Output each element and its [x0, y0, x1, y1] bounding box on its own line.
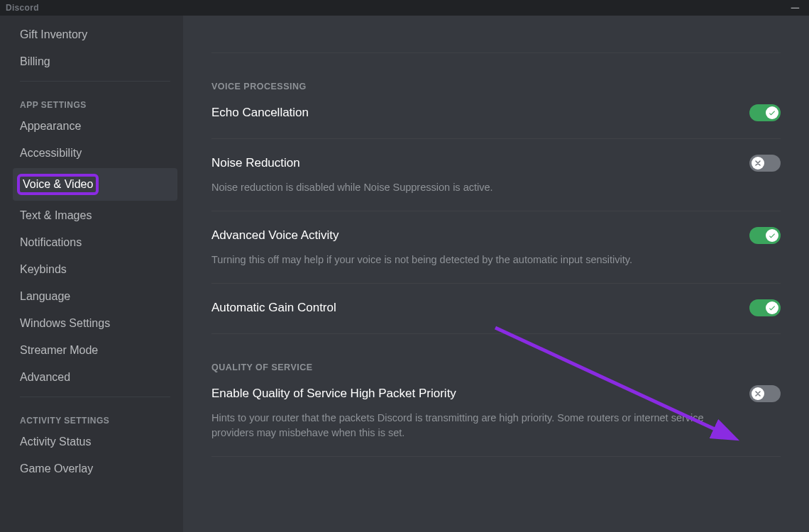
divider	[211, 52, 781, 53]
sidebar-item-text-images[interactable]: Text & Images	[13, 204, 177, 228]
setting-automatic-gain-control: Automatic Gain Control	[211, 299, 781, 318]
setting-title: Automatic Gain Control	[211, 301, 336, 315]
setting-title: Enable Quality of Service High Packet Pr…	[211, 387, 456, 401]
toggle-noise-reduction[interactable]	[749, 155, 781, 172]
x-icon	[752, 387, 764, 400]
sidebar-item-activity-status[interactable]: Activity Status	[13, 430, 177, 454]
settings-content: Hardware acceleration uses your GPU for …	[183, 16, 809, 532]
toggle-qos-packet-priority[interactable]	[749, 385, 781, 402]
divider	[211, 283, 781, 284]
sidebar-separator	[20, 81, 170, 82]
divider	[211, 456, 781, 457]
setting-description: Noise reduction is disabled while Noise …	[211, 180, 737, 195]
setting-qos-packet-priority: Enable Quality of Service High Packet Pr…	[211, 385, 781, 404]
sidebar-item-language[interactable]: Language	[13, 284, 177, 309]
setting-title: Advanced Voice Activity	[211, 228, 339, 243]
setting-echo-cancellation: Echo Cancellation	[211, 104, 781, 123]
toggle-advanced-voice-activity[interactable]	[749, 227, 781, 244]
sidebar-item-billing[interactable]: Billing	[13, 50, 177, 74]
divider	[211, 211, 781, 211]
sidebar-item-keybinds[interactable]: Keybinds	[13, 257, 177, 282]
sidebar-item-appearance[interactable]: Appearance	[13, 114, 177, 138]
sidebar-header-app-settings: APP SETTINGS	[13, 89, 177, 114]
setting-title: Noise Reduction	[211, 156, 300, 170]
settings-sidebar: Gift Inventory Billing APP SETTINGS Appe…	[0, 16, 183, 532]
annotation-highlight-box: Voice & Video	[17, 174, 99, 195]
setting-noise-reduction: Noise Reduction	[211, 155, 781, 173]
x-icon	[752, 157, 764, 170]
sidebar-header-activity-settings: ACTIVITY SETTINGS	[13, 404, 177, 430]
sidebar-item-notifications[interactable]: Notifications	[13, 231, 177, 255]
check-icon	[766, 106, 778, 119]
section-header-qos: QUALITY OF SERVICE	[211, 362, 781, 372]
check-icon	[766, 301, 778, 314]
sidebar-item-voice-video[interactable]: Voice & Video	[13, 168, 177, 201]
setting-description: Hints to your router that the packets Di…	[211, 411, 737, 440]
sidebar-item-gift-inventory[interactable]: Gift Inventory	[13, 23, 177, 47]
window-controls: ─	[787, 0, 803, 16]
setting-title: Echo Cancellation	[211, 106, 309, 120]
sidebar-item-advanced[interactable]: Advanced	[13, 365, 177, 389]
section-header-voice-processing: VOICE PROCESSING	[211, 82, 781, 92]
divider	[211, 333, 781, 334]
sidebar-item-label: Voice & Video	[23, 178, 93, 190]
setting-description: Turning this off may help if your voice …	[211, 253, 737, 267]
toggle-automatic-gain-control[interactable]	[749, 299, 781, 316]
setting-advanced-voice-activity: Advanced Voice Activity	[211, 227, 781, 245]
sidebar-item-accessibility[interactable]: Accessibility	[13, 141, 177, 165]
app-name: Discord	[6, 3, 39, 13]
sidebar-item-game-overlay[interactable]: Game Overlay	[13, 457, 177, 481]
toggle-echo-cancellation[interactable]	[749, 104, 781, 121]
titlebar: Discord ─	[0, 0, 809, 16]
sidebar-separator	[20, 397, 170, 397]
divider	[211, 138, 781, 139]
check-icon	[766, 229, 778, 242]
minimize-button[interactable]: ─	[787, 2, 803, 13]
sidebar-item-streamer-mode[interactable]: Streamer Mode	[13, 338, 177, 362]
sidebar-item-windows-settings[interactable]: Windows Settings	[13, 311, 177, 336]
